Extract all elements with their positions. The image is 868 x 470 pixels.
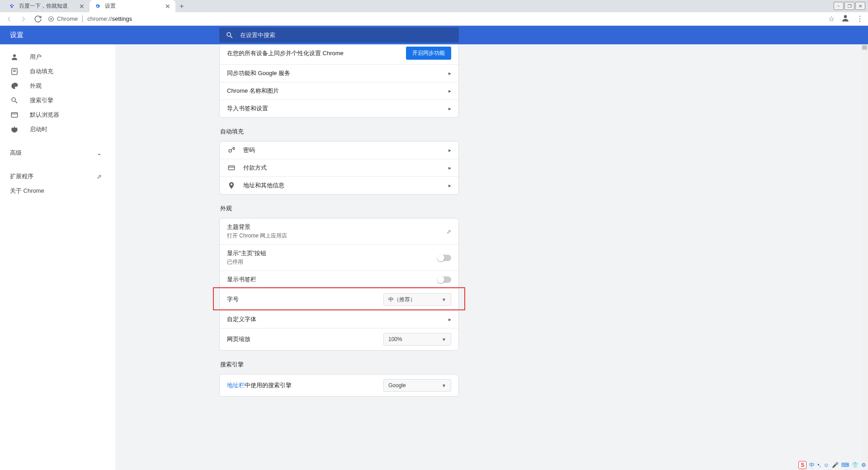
window-controls: − ❐ ✕	[834, 2, 865, 10]
ime-key[interactable]: ☺	[824, 462, 829, 468]
addresses-row[interactable]: 地址和其他信息 ▸	[220, 176, 458, 194]
window-minimize-button[interactable]: −	[834, 2, 844, 10]
url-scheme: chrome://	[87, 15, 112, 22]
caret-down-icon: ▼	[442, 337, 446, 342]
back-button[interactable]	[5, 14, 14, 24]
sidebar-item-search[interactable]: 搜索引擎	[0, 93, 115, 108]
sync-row[interactable]: 在您的所有设备上同步并个性化设置 Chrome 开启同步功能	[220, 44, 458, 64]
row-label: 显示"主页"按钮	[227, 249, 266, 257]
content-scrollbar[interactable]	[861, 44, 868, 470]
bookmark-star-icon[interactable]: ☆	[828, 14, 835, 23]
row-label: 密码	[243, 146, 255, 154]
omnibox[interactable]: Chrome chrome://settings	[48, 15, 823, 22]
import-row[interactable]: 导入书签和设置▸	[220, 100, 458, 117]
sidebar-item-about[interactable]: 关于 Chrome	[0, 184, 115, 198]
profile-icon[interactable]	[841, 14, 850, 24]
form-icon	[10, 67, 19, 76]
sidebar-item-advanced[interactable]: 高级⌄	[0, 146, 115, 160]
font-size-select[interactable]: 中（推荐）▼	[383, 293, 451, 306]
ime-key[interactable]: ⚙	[861, 462, 866, 468]
settings-search-input[interactable]	[240, 32, 453, 38]
sidebar-item-startup[interactable]: 启动时	[0, 122, 115, 137]
row-label: 自定义字体	[227, 315, 256, 323]
ime-key[interactable]: ⌨	[841, 462, 849, 468]
ime-key[interactable]: 🎤	[832, 462, 839, 468]
caret-down-icon: ▼	[442, 297, 446, 302]
palette-icon	[10, 81, 19, 90]
url-path: settings	[112, 15, 132, 22]
sidebar-label: 高级	[10, 149, 22, 157]
search-engine-row[interactable]: 地址栏中使用的搜索引擎 Google▼	[220, 375, 458, 396]
ime-mode[interactable]: 中	[809, 461, 815, 469]
tab-baidu[interactable]: 百度一下，你就知道 ✕	[4, 0, 90, 12]
ime-key[interactable]: 👕	[852, 462, 859, 468]
autofill-section-title: 自动填充	[220, 128, 459, 136]
window-close-button[interactable]: ✕	[855, 2, 865, 10]
sidebar-label: 启动时	[30, 125, 47, 133]
chrome-name-row[interactable]: Chrome 名称和图片▸	[220, 82, 458, 100]
svg-point-3	[11, 6, 13, 8]
chevron-right-icon: ▸	[448, 182, 451, 189]
bookmarks-bar-toggle[interactable]	[438, 276, 451, 283]
svg-point-1	[11, 4, 12, 5]
page-zoom-row[interactable]: 网页缩放 100%▼	[220, 328, 458, 350]
row-label: 在您的所有设备上同步并个性化设置 Chrome	[227, 49, 344, 57]
sidebar-item-people[interactable]: 用户	[0, 50, 115, 64]
autofill-card: 密码 ▸ 付款方式 ▸ 地址和其他信息 ▸	[219, 141, 459, 195]
settings-content: 在您的所有设备上同步并个性化设置 Chrome 开启同步功能 同步功能和 Goo…	[115, 44, 868, 470]
svg-point-6	[844, 15, 847, 18]
window-maximize-button[interactable]: ❐	[844, 2, 854, 10]
row-sublabel: 已停用	[227, 258, 266, 266]
sidebar-label: 外观	[30, 82, 42, 90]
site-chip-label: Chrome	[57, 15, 78, 22]
bookmarks-bar-row[interactable]: 显示书签栏	[220, 271, 458, 288]
tab-settings[interactable]: 设置 ✕	[90, 0, 175, 12]
tab-close-icon[interactable]: ✕	[165, 3, 171, 9]
sogou-ime-icon[interactable]: S	[798, 461, 807, 469]
payment-row[interactable]: 付款方式 ▸	[220, 159, 458, 176]
settings-header: 设置	[0, 26, 868, 44]
tab-close-icon[interactable]: ✕	[79, 3, 85, 9]
page-zoom-select[interactable]: 100%▼	[383, 333, 451, 346]
font-size-row[interactable]: 字号 中（推荐）▼	[220, 288, 458, 310]
custom-fonts-row[interactable]: 自定义字体 ▸	[220, 310, 458, 328]
svg-point-13	[229, 150, 231, 152]
search-icon	[10, 96, 19, 105]
scrollbar-thumb[interactable]	[862, 45, 867, 50]
search-engine-select[interactable]: Google▼	[383, 379, 451, 392]
ime-key[interactable]: •,	[817, 462, 821, 468]
passwords-row[interactable]: 密码 ▸	[220, 142, 458, 159]
sidebar-item-autofill[interactable]: 自动填充	[0, 64, 115, 79]
theme-row[interactable]: 主题背景打开 Chrome 网上应用店 ⬀	[220, 218, 458, 244]
row-label: 同步功能和 Google 服务	[227, 69, 290, 77]
address-bar-link[interactable]: 地址栏	[227, 382, 245, 389]
sidebar-label: 自动填充	[30, 67, 53, 76]
settings-search[interactable]	[219, 28, 459, 43]
select-value: Google	[388, 382, 406, 389]
search-icon	[226, 31, 234, 39]
svg-rect-14	[228, 166, 235, 170]
sidebar-item-appearance[interactable]: 外观	[0, 79, 115, 93]
row-sublabel: 打开 Chrome 网上应用店	[227, 232, 287, 240]
location-pin-icon	[227, 181, 236, 190]
reload-button[interactable]	[33, 14, 42, 24]
sidebar-item-extensions[interactable]: 扩展程序⬀	[0, 169, 115, 184]
sync-enable-button[interactable]: 开启同步功能	[406, 47, 451, 60]
power-icon	[10, 125, 19, 134]
menu-icon[interactable]: ⋮	[856, 14, 863, 23]
caret-down-icon: ▼	[442, 383, 446, 388]
row-label: 地址和其他信息	[243, 181, 284, 190]
search-card: 地址栏中使用的搜索引擎 Google▼	[219, 374, 459, 397]
new-tab-button[interactable]: +	[175, 0, 188, 12]
chevron-right-icon: ▸	[448, 316, 451, 323]
home-button-row[interactable]: 显示"主页"按钮已停用	[220, 244, 458, 271]
sync-services-row[interactable]: 同步功能和 Google 服务▸	[220, 64, 458, 82]
home-button-toggle[interactable]	[438, 255, 451, 261]
forward-button[interactable]	[19, 14, 28, 24]
search-section-title: 搜索引擎	[220, 361, 459, 369]
svg-point-5	[50, 18, 52, 20]
svg-point-2	[13, 5, 14, 6]
select-value: 中（推荐）	[388, 296, 415, 304]
settings-sidebar: 用户 自动填充 外观 搜索引擎 默认浏览器 启动时 高级⌄ 扩展程序⬀ 关于 C…	[0, 44, 115, 470]
sidebar-item-default-browser[interactable]: 默认浏览器	[0, 108, 115, 122]
